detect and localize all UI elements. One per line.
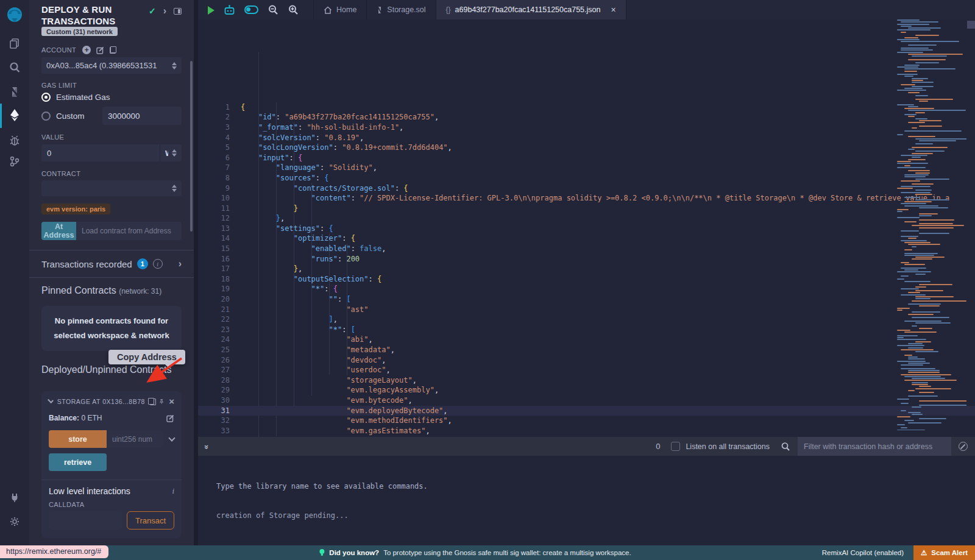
pin-panel-icon[interactable] bbox=[174, 8, 182, 15]
zoom-in-icon[interactable] bbox=[288, 4, 299, 15]
low-level-info-icon[interactable]: i bbox=[172, 486, 174, 496]
code-line[interactable]: 30 "evm.bytecode", bbox=[198, 395, 975, 406]
tab-storage-sol[interactable]: Storage.sol bbox=[367, 0, 436, 19]
minimap-line bbox=[915, 62, 939, 63]
editor-scrollbar-thumb[interactable] bbox=[967, 21, 975, 29]
store-button[interactable]: store bbox=[49, 430, 107, 448]
minimap[interactable] bbox=[895, 19, 966, 430]
code-line[interactable]: 4 "solcVersion": "0.8.19", bbox=[198, 133, 975, 143]
custom-gas-input[interactable] bbox=[102, 107, 182, 125]
at-address-button[interactable]: At Address bbox=[41, 222, 76, 240]
expand-args-icon[interactable] bbox=[168, 434, 175, 441]
ai-assistant-icon[interactable] bbox=[224, 5, 235, 15]
code-line[interactable]: 1{ bbox=[198, 102, 975, 113]
remove-instance-icon[interactable]: × bbox=[169, 399, 174, 405]
code-line[interactable]: 33 "evm.gasEstimates", bbox=[198, 426, 975, 436]
listen-checkbox[interactable] bbox=[671, 442, 680, 451]
search-icon[interactable] bbox=[0, 56, 29, 79]
code-line[interactable]: 29 "evm.legacyAssembly", bbox=[198, 385, 975, 395]
calldata-input[interactable] bbox=[49, 511, 122, 530]
retrieve-button[interactable]: retrieve bbox=[49, 453, 107, 471]
edit-balance-icon[interactable] bbox=[166, 414, 174, 422]
code-line[interactable]: 21 "ast" bbox=[198, 305, 975, 315]
custom-gas-radio[interactable] bbox=[41, 112, 51, 121]
code-line[interactable]: 16 "runs": 200 bbox=[198, 254, 975, 264]
tab-build-info-json[interactable]: {} a69b43f277ba20fcac141151250ca755.json… bbox=[436, 0, 626, 19]
clear-console-icon[interactable] bbox=[959, 442, 968, 451]
zoom-out-icon[interactable] bbox=[268, 4, 278, 15]
code-line[interactable]: 14 "optimizer": { bbox=[198, 233, 975, 244]
copilot-toggle-icon[interactable] bbox=[244, 5, 258, 14]
minimap-line bbox=[915, 143, 933, 144]
code-line[interactable]: 12 }, bbox=[198, 213, 975, 224]
minimap-line bbox=[901, 262, 909, 263]
copy-account-icon[interactable] bbox=[110, 46, 116, 54]
code-line[interactable]: 6 "input": { bbox=[198, 153, 975, 163]
code-line[interactable]: 32 "evm.methodIdentifiers", bbox=[198, 416, 975, 426]
minimap-line bbox=[897, 339, 926, 340]
collapse-instance-icon[interactable] bbox=[48, 397, 54, 403]
deploy-run-icon[interactable] bbox=[0, 104, 29, 127]
pin-instance-icon[interactable] bbox=[159, 397, 164, 406]
scam-alert-button[interactable]: ⚠ Scam Alert bbox=[913, 545, 975, 560]
chevron-right-icon[interactable]: › bbox=[163, 8, 166, 14]
code-line[interactable]: 2 "id": "a69b43f277ba20fcac141151250ca75… bbox=[198, 112, 975, 122]
code-line[interactable]: 26 "devdoc", bbox=[198, 355, 975, 366]
remix-logo[interactable] bbox=[0, 4, 29, 27]
code-editor[interactable]: 1{2 "id": "a69b43f277ba20fcac141151250ca… bbox=[198, 19, 975, 437]
edit-account-icon[interactable] bbox=[96, 46, 104, 54]
code-line[interactable]: 8 "sources": { bbox=[198, 173, 975, 183]
store-arg-input[interactable] bbox=[107, 430, 163, 448]
load-contract-input[interactable] bbox=[76, 222, 182, 240]
filter-input[interactable] bbox=[798, 437, 951, 456]
code-line[interactable]: 3 "_format": "hh-sol-build-info-1", bbox=[198, 122, 975, 133]
settings-icon[interactable] bbox=[0, 510, 29, 533]
code-line[interactable]: 5 "solcLongVersion": "0.8.19+commit.7dd6… bbox=[198, 143, 975, 153]
terminal-info-line: Type the library name to see available c… bbox=[216, 481, 975, 491]
terminal-search-icon[interactable] bbox=[781, 442, 790, 452]
code-line[interactable]: 24 "abi", bbox=[198, 335, 975, 345]
contract-select[interactable] bbox=[41, 180, 182, 196]
value-input[interactable] bbox=[41, 144, 160, 161]
stepper-icon[interactable] bbox=[172, 62, 177, 69]
add-account-icon[interactable]: + bbox=[82, 46, 91, 54]
code-line[interactable]: 10 "content": "// SPDX-License-Identifie… bbox=[198, 193, 975, 204]
transact-button[interactable]: Transact bbox=[127, 511, 174, 530]
code-line[interactable]: 25 "metadata", bbox=[198, 345, 975, 355]
copy-address-icon[interactable] bbox=[150, 398, 154, 405]
code-line[interactable]: 23 "*": [ bbox=[198, 325, 975, 335]
code-line[interactable]: 7 "language": "Solidity", bbox=[198, 163, 975, 173]
collapse-terminal-icon[interactable]: » bbox=[202, 445, 211, 448]
code-line[interactable]: 28 "storageLayout", bbox=[198, 375, 975, 386]
debugger-icon[interactable] bbox=[0, 129, 29, 152]
panel-scrollbar[interactable] bbox=[190, 61, 193, 232]
code-line[interactable]: 9 "contracts/Storage.sol": { bbox=[198, 183, 975, 194]
expand-transactions-icon[interactable]: › bbox=[179, 261, 182, 267]
solidity-compiler-icon[interactable] bbox=[0, 80, 29, 104]
minimap-line bbox=[915, 322, 951, 324]
git-icon[interactable] bbox=[0, 150, 29, 173]
file-explorer-icon[interactable] bbox=[0, 32, 29, 55]
code-line[interactable]: 13 "settings": { bbox=[198, 224, 975, 234]
code-line[interactable]: 18 "outputSelection": { bbox=[198, 274, 975, 285]
run-script-icon[interactable] bbox=[208, 6, 214, 15]
code-line[interactable]: 20 "": [ bbox=[198, 294, 975, 305]
tab-home[interactable]: Home bbox=[313, 0, 367, 19]
code-line[interactable]: 27 "userdoc", bbox=[198, 365, 975, 375]
value-unit-select[interactable]: Wei bbox=[160, 144, 182, 161]
minimap-line bbox=[908, 356, 918, 358]
status-bar: Did you know? To prototype using the Gno… bbox=[0, 545, 975, 560]
code-line[interactable]: 22 ], bbox=[198, 314, 975, 325]
code-line[interactable]: 15 "enabled": false, bbox=[198, 244, 975, 254]
code-line[interactable]: 17 }, bbox=[198, 264, 975, 274]
plugin-manager-icon[interactable] bbox=[0, 486, 29, 509]
info-icon[interactable]: i bbox=[153, 259, 163, 269]
close-tab-icon[interactable]: × bbox=[611, 5, 615, 15]
code-line[interactable]: 31 "evm.deployedBytecode", bbox=[198, 406, 975, 416]
copilot-status[interactable]: RemixAI Copilot (enabled) bbox=[822, 549, 904, 556]
minimap-line bbox=[919, 328, 932, 329]
account-select[interactable]: 0xA03...85ac4 (0.39866531531 bbox=[41, 57, 182, 74]
code-line[interactable]: 11 } bbox=[198, 204, 975, 214]
estimated-gas-radio[interactable] bbox=[41, 93, 51, 102]
code-line[interactable]: 19 "*": { bbox=[198, 284, 975, 294]
